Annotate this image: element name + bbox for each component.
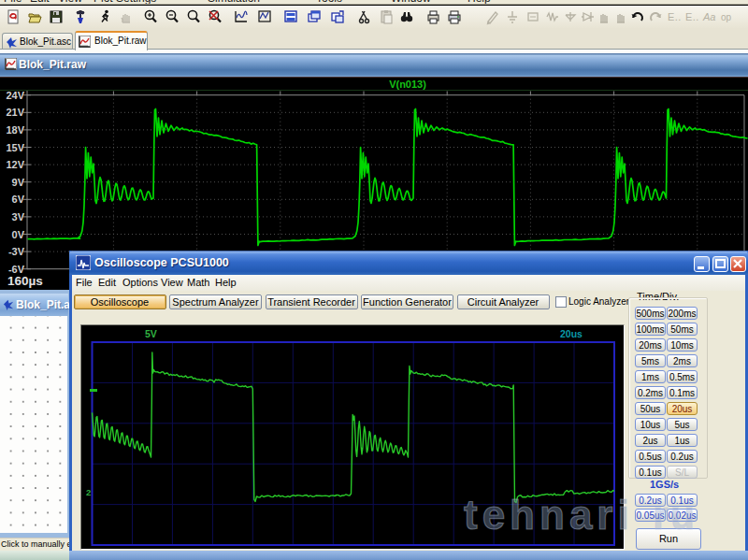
svg-text:15V: 15V	[6, 142, 24, 153]
svg-text:V(n013): V(n013)	[389, 79, 426, 90]
svg-text:20us: 20us	[560, 328, 583, 339]
svg-text:-6V: -6V	[8, 264, 25, 275]
svg-text:12V: 12V	[6, 159, 24, 170]
svg-text:21V: 21V	[6, 107, 24, 118]
svg-text:0V: 0V	[12, 229, 25, 240]
svg-text:5V: 5V	[145, 328, 157, 339]
svg-text:-3V: -3V	[8, 246, 25, 257]
svg-text:18V: 18V	[6, 124, 24, 136]
svg-text:6V: 6V	[12, 194, 25, 205]
svg-text:2: 2	[86, 487, 91, 497]
svg-text:24V: 24V	[6, 90, 24, 101]
svg-text:3V: 3V	[12, 211, 25, 223]
svg-text:160µs: 160µs	[7, 274, 43, 288]
svg-text:9V: 9V	[12, 177, 25, 188]
